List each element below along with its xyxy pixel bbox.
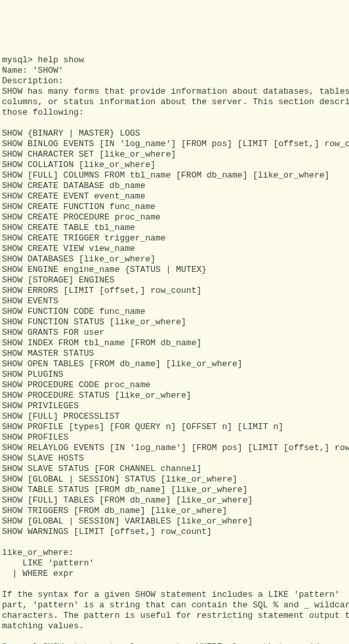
show-syntax-line: SHOW TRIGGERS [FROM db_name] [like_or_wh… bbox=[2, 506, 227, 516]
show-syntax-line: SHOW INDEX FROM tbl_name [FROM db_name] bbox=[2, 338, 201, 348]
show-syntax-line: SHOW CREATE TABLE tbl_name bbox=[2, 223, 135, 233]
show-syntax-line: SHOW RELAYLOG EVENTS [IN 'log_name'] [FR… bbox=[2, 443, 349, 453]
show-syntax-line: SHOW [FULL] PROCESSLIST bbox=[2, 411, 119, 421]
note-text: characters. The pattern is useful for re… bbox=[2, 611, 349, 620]
show-syntax-line: SHOW [STORAGE] ENGINES bbox=[2, 275, 115, 285]
show-syntax-line: SHOW CREATE DATABASE db_name bbox=[2, 181, 145, 191]
like-or-where-header: like_or_where: bbox=[2, 548, 73, 558]
show-syntax-line: SHOW CREATE EVENT event_name bbox=[2, 191, 145, 201]
prompt-line: mysql> help show bbox=[2, 55, 84, 65]
show-syntax-line: SHOW COLLATION [like_or_where] bbox=[2, 160, 155, 170]
show-syntax-line: SHOW CREATE TRIGGER trigger_name bbox=[2, 233, 166, 243]
name-line: Name: 'SHOW' bbox=[2, 66, 64, 75]
show-syntax-line: SHOW SLAVE STATUS [FOR CHANNEL channel] bbox=[2, 464, 201, 474]
like-option: LIKE 'pattern' bbox=[2, 558, 94, 568]
show-syntax-line: SHOW [GLOBAL | SESSION] STATUS [like_or_… bbox=[2, 474, 237, 484]
show-syntax-line: SHOW PLUGINS bbox=[2, 369, 64, 379]
show-syntax-line: SHOW WARNINGS [LIMIT [offset,] row_count… bbox=[2, 527, 212, 537]
note-text: matching values. bbox=[2, 621, 84, 631]
show-syntax-line: SHOW [GLOBAL | SESSION] VARIABLES [like_… bbox=[2, 516, 253, 526]
where-option: | WHERE expr bbox=[2, 569, 73, 578]
show-syntax-line: SHOW DATABASES [like_or_where] bbox=[2, 254, 155, 264]
show-syntax-line: SHOW CHARACTER SET [like_or_where] bbox=[2, 149, 176, 159]
note-text: part, 'pattern' is a string that can con… bbox=[2, 600, 349, 610]
terminal-output: mysql> help show Name: 'SHOW' Descriptio… bbox=[2, 45, 347, 644]
show-syntax-line: SHOW [FULL] TABLES [FROM db_name] [like_… bbox=[2, 495, 253, 505]
show-syntax-line: SHOW CREATE VIEW view_name bbox=[2, 244, 135, 254]
show-syntax-line: SHOW PROCEDURE STATUS [like_or_where] bbox=[2, 390, 192, 400]
show-syntax-line: SHOW [FULL] COLUMNS FROM tbl_name [FROM … bbox=[2, 170, 329, 180]
show-syntax-line: SHOW CREATE PROCEDURE proc_name bbox=[2, 212, 161, 222]
show-syntax-line: SHOW GRANTS FOR user bbox=[2, 328, 104, 337]
show-syntax-line: SHOW ERRORS [LIMIT [offset,] row_count] bbox=[2, 286, 201, 295]
description-text: SHOW has many forms that provide informa… bbox=[2, 86, 349, 96]
show-syntax-line: SHOW PROCEDURE CODE proc_name bbox=[2, 380, 150, 390]
description-text: those following: bbox=[2, 107, 84, 117]
show-syntax-line: SHOW TABLE STATUS [FROM db_name] [like_o… bbox=[2, 485, 247, 495]
show-syntax-line: SHOW EVENTS bbox=[2, 296, 58, 306]
note-text: If the syntax for a given SHOW statement… bbox=[2, 590, 340, 599]
show-syntax-line: SHOW BINLOG EVENTS [IN 'log_name'] [FROM… bbox=[2, 139, 349, 149]
show-syntax-line: SHOW ENGINE engine_name {STATUS | MUTEX} bbox=[2, 265, 207, 275]
show-syntax-line: SHOW MASTER STATUS bbox=[2, 349, 94, 358]
show-syntax-line: SHOW {BINARY | MASTER} LOGS bbox=[2, 128, 140, 138]
show-syntax-line: SHOW FUNCTION STATUS [like_or_where] bbox=[2, 317, 186, 327]
show-syntax-line: SHOW PRIVILEGES bbox=[2, 401, 79, 411]
description-text: columns, or status information about the… bbox=[2, 97, 349, 107]
show-syntax-line: SHOW SLAVE HOSTS bbox=[2, 453, 84, 463]
description-label: Description: bbox=[2, 76, 64, 86]
show-syntax-line: SHOW PROFILE [types] [FOR QUERY n] [OFFS… bbox=[2, 422, 283, 432]
show-syntax-line: SHOW PROFILES bbox=[2, 432, 68, 442]
show-syntax-line: SHOW FUNCTION CODE func_name bbox=[2, 307, 145, 316]
show-syntax-line: SHOW CREATE FUNCTION func_name bbox=[2, 202, 155, 212]
show-syntax-line: SHOW OPEN TABLES [FROM db_name] [like_or… bbox=[2, 359, 243, 369]
